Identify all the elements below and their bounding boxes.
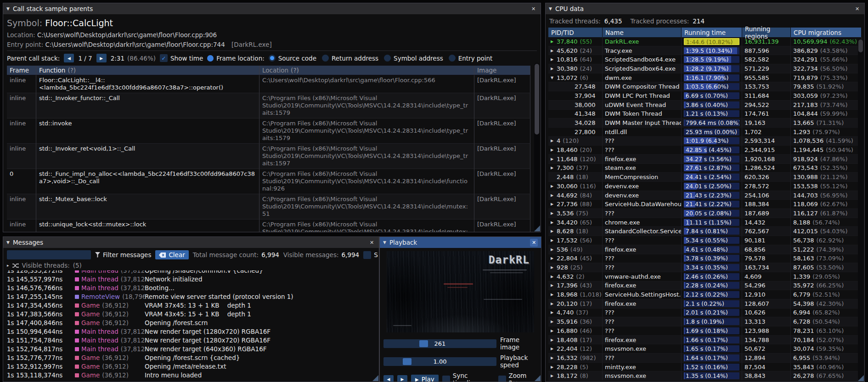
tree-caret-icon[interactable]: ▸ [7,263,9,268]
column-header-frame[interactable]: Frame [7,66,36,75]
radio-option[interactable]: Entry point [449,55,493,62]
cpu-process-row[interactable]: ▶ 8,628 (18) StandardCollector.Service.e… [548,227,862,236]
visible-threads-row[interactable]: ▸ Visible threads: (5) [3,262,379,270]
message-row[interactable]: 1s 150,994,644ns Main thread (37,812) Ne… [3,327,379,336]
tree-toggle-icon[interactable]: ▶ [551,148,557,152]
cpu-process-row[interactable]: ▼ 13,072 (6) dwm.exe 1:16.1 (7.90%) 955,… [548,73,862,83]
cpu-process-row[interactable]: ▶ 22,404 (12) msvsmon.exe 1.65 s (0.17%)… [548,344,862,354]
clipped-checkbox[interactable]: S [363,251,378,259]
column-header-function[interactable]: Function(?) [36,66,259,75]
radio-option[interactable]: Symbol address [384,55,443,62]
cpu-process-row[interactable]: ▶ 3,536 (75) ??? 20.05 s (2.08%) 187,689… [548,209,862,218]
cpu-process-row[interactable]: ▶ 34,420 (65) chrome.exe 11.11 s (1.15%)… [548,218,862,227]
collapse-icon[interactable]: ▼ [6,7,10,11]
tree-toggle-icon[interactable]: ▶ [551,39,557,44]
tree-toggle-icon[interactable]: ▶ [551,139,557,143]
tree-toggle-icon[interactable]: ▶ [551,157,557,161]
tree-toggle-icon[interactable]: ▶ [551,211,557,215]
collapse-icon[interactable]: ▼ [383,241,386,245]
tree-toggle-icon[interactable]: ▶ [551,184,557,188]
message-row[interactable]: 1s 152,912,997ns Game (36,912) Opening /… [3,362,379,371]
tree-toggle-icon[interactable]: ▶ [551,320,557,324]
cpu-process-row[interactable]: ▶ 16,332 (982) ??? 1.64 s (0.17%) 12,894… [548,354,862,363]
play-button[interactable]: ▶ Play [411,375,439,382]
cpu-process-row[interactable]: ▶ 18,460 (20) ??? 42.85 s (4.45%) 2,344,… [548,146,862,155]
cpu-process-row[interactable]: ▶ 7,300 (37) steam.exe 27.61 s (2.87%) 1… [548,164,862,173]
callstack-row[interactable]: inline std::invoke C:\Program Files (x86… [7,118,530,144]
tree-toggle-icon[interactable]: ▶ [551,166,557,170]
cpu-process-row[interactable]: 37,904 DWM LPC Port Thread 6.69 s (0.70%… [548,91,862,101]
sync-timeline-checkbox[interactable]: Sync timeline [442,372,495,382]
message-row[interactable]: 1s 152,776,777ns Game (36,912) Opening /… [3,354,379,362]
cpu-process-row[interactable]: 27,548 DWM Compositor Thread 1:03.5 (6.6… [548,82,862,91]
cpu-process-row[interactable]: ▶ 4,632 (2) vmware-authd.exe 2.46 s (0.2… [548,272,862,281]
tree-toggle-icon[interactable]: ▶ [551,338,557,342]
frame-image-slider[interactable]: 261 [383,339,496,348]
message-row[interactable]: 1s 147,255,145ns RemoteView (18,796) Rem… [3,292,379,301]
cpu-process-row[interactable]: ▶ 44,692 (84) devenv.exe 21.43 s (2.23%)… [548,191,862,200]
callstack-row[interactable]: inline std::_Mutex_base::lock C:\Program… [7,194,530,219]
close-icon[interactable]: ✕ [853,5,861,13]
message-row[interactable]: 1s 151,754,784ns Main thread (37,812) Ne… [3,336,379,345]
cpu-process-row[interactable]: ▶ 37,840 (55) DarkRL.exe 1:44.6 (10.82%)… [548,37,862,46]
resize-grip[interactable] [858,375,864,381]
cpu-process-row[interactable]: ▶ 11,648 (120) firefox.exe 34.27 s (3.56… [548,155,862,164]
clear-button[interactable]: Clear [155,250,188,259]
filter-input[interactable] [7,250,91,259]
message-row[interactable]: 1s 147,354,456ns Game (36,912) VRAM 37x4… [3,301,379,310]
column-header[interactable]: CPU migrations [791,28,862,37]
cpu-process-row[interactable]: ▶ 30,060 (116) devenv.exe 24.01 s (2.50%… [548,182,862,191]
scrollbar-thumb[interactable] [858,39,863,52]
cpu-process-row[interactable]: ▶ 18,408 (17) firefox.exe 1.66 s (0.17%)… [548,336,862,345]
cpu-process-row[interactable]: 27,800 ntdll.dll 25.93 ms (0.00%) 1,702 … [548,128,862,137]
resize-grip[interactable] [535,375,541,381]
tree-toggle-icon[interactable]: ▶ [551,365,557,369]
close-icon[interactable]: ✕ [368,239,376,247]
next-callstack-button[interactable]: ▶ [96,54,107,62]
playback-speed-slider[interactable]: 1.00 [383,357,496,366]
playback-titlebar[interactable]: ▼ Playback ✕ [380,237,541,248]
tree-toggle-icon[interactable]: ▶ [551,49,557,53]
message-row[interactable]: 1s 128,335,272ns Main thread (37,812) Op… [3,270,379,275]
column-header-image[interactable]: Image [474,66,530,75]
tree-toggle-icon[interactable]: ▶ [551,374,557,378]
step-back-button[interactable]: ◀ [383,375,394,382]
cpu-process-row[interactable]: ▶ 22,804 (45) ??? 3.78 s (0.39%) 79,578 … [548,254,862,264]
tree-toggle-icon[interactable]: ▶ [551,247,557,252]
cpu-titlebar[interactable]: ▼ CPU data ✕ [546,3,864,14]
tree-toggle-icon[interactable]: ▶ [551,202,557,206]
cpu-process-row[interactable]: ▶ 30,380 (24) ScriptedSandbox64.exe 1:28… [548,64,862,73]
tree-toggle-icon[interactable]: ▶ [551,347,557,351]
tree-toggle-icon[interactable]: ▼ [551,76,557,80]
step-forward-button[interactable]: ▶ [397,375,407,382]
callstack-row[interactable]: inline std::unique_lock<std::mutex>::loc… [7,219,530,232]
help-hint[interactable]: (?) [68,67,76,74]
collapse-icon[interactable]: ▼ [6,241,10,245]
vertical-scrollbar[interactable] [534,63,540,231]
cpu-process-row[interactable]: ▶ 20,120 (17) firefox.exe 2.1 s (0.22%) … [548,299,862,309]
tree-toggle-icon[interactable]: ▶ [551,238,557,242]
radio-option[interactable]: Source code [269,55,316,62]
tree-toggle-icon[interactable]: ▶ [551,275,557,279]
shuffle-icon[interactable] [12,263,19,268]
column-header[interactable]: Name [603,28,682,37]
tree-toggle-icon[interactable]: ▶ [551,229,557,233]
resize-grip[interactable] [372,375,378,381]
show-time-checkbox[interactable]: ✓ Show time [160,54,203,62]
cpu-process-row[interactable]: ▶ 4,740 (37) ??? 2.01 s (0.21%) 10,626 6… [548,309,862,318]
cpu-process-row[interactable]: ▶ 18,172 (8) msvsmon.exe 1.35 s (0.14%) … [548,371,862,381]
tree-toggle-icon[interactable]: ▶ [551,57,557,62]
cpu-process-row[interactable]: ▶ 16,880 (46) ??? 1.69 s (0.18%) 123,988… [548,326,862,336]
tree-toggle-icon[interactable]: ▶ [551,283,557,287]
messages-titlebar[interactable]: ▼ Messages ✕ [3,237,379,248]
cpu-process-row[interactable]: 34,028 DWM Master Input Thread 799.64 ms… [548,118,862,128]
message-row[interactable]: 1s 147,400,846ns Game (36,912) Opening /… [3,319,379,327]
cpu-process-row[interactable]: 2,448 (18) MemCompression 24.41 s (2.54%… [548,173,862,182]
resize-grip[interactable] [534,225,540,231]
message-row[interactable]: 1s 146,576,766ns Main thread (37,812) Bo… [3,284,379,292]
zoom-checkbox[interactable]: Zoom 2× [498,372,537,382]
cpu-process-row[interactable]: ▶ 536 (49) firefox.exe 4.61 s (0.48%) 68… [548,245,862,254]
message-row[interactable]: 1s 145,557,997ns Main thread (37,812) Ne… [3,275,379,284]
cpu-process-row[interactable]: ▶ 28,228 (5) mintty.exe 1.52 s (0.16%) 8… [548,363,862,372]
callstack-titlebar[interactable]: ▼ Call stack sample parents ✕ [3,3,541,14]
